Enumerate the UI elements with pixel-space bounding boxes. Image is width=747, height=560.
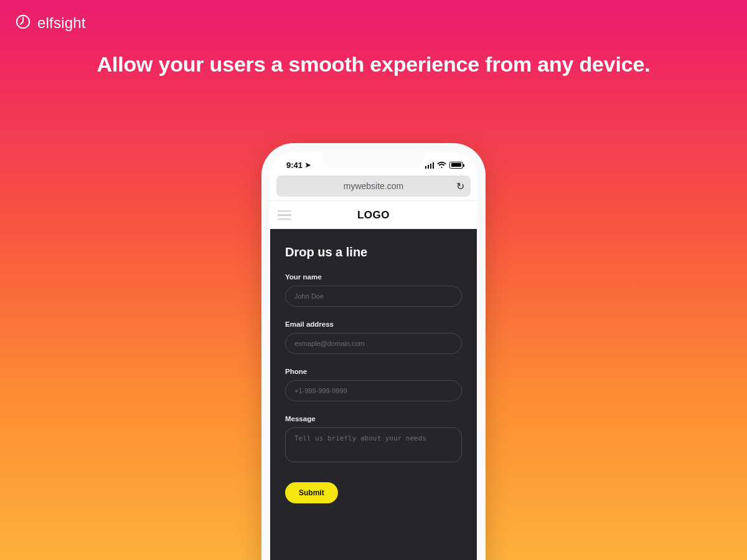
refresh-icon[interactable]: ↻ [456, 180, 464, 192]
field-name: Your name [285, 273, 462, 307]
brand: elfsight [15, 14, 86, 32]
battery-icon [449, 162, 463, 169]
phone-frame: 9:41 ➤ mywebsite.com ↻ LOGO Drop us a li… [261, 143, 486, 560]
name-input[interactable] [285, 286, 462, 307]
field-message: Message [285, 415, 462, 465]
email-input[interactable] [285, 333, 462, 354]
field-phone: Phone [285, 368, 462, 401]
hamburger-menu-icon[interactable] [278, 210, 291, 220]
page-headline: Allow your users a smooth experience fro… [0, 52, 747, 77]
site-header: LOGO [270, 200, 477, 229]
phone-screen: 9:41 ➤ mywebsite.com ↻ LOGO Drop us a li… [270, 152, 477, 560]
brand-logo-icon [15, 14, 31, 32]
wifi-icon [437, 162, 446, 169]
brand-name: elfsight [37, 14, 86, 32]
phone-label: Phone [285, 368, 462, 375]
status-time: 9:41 [286, 161, 303, 170]
site-logo: LOGO [270, 209, 477, 222]
signal-icon [425, 162, 435, 169]
email-label: Email address [285, 320, 462, 328]
name-label: Your name [285, 273, 462, 281]
browser-url-bar[interactable]: mywebsite.com ↻ [276, 175, 471, 197]
phone-input[interactable] [285, 380, 462, 401]
field-email: Email address [285, 320, 462, 354]
phone-notch [322, 152, 425, 168]
contact-form-section: Drop us a line Your name Email address P… [270, 229, 477, 560]
submit-button[interactable]: Submit [285, 482, 338, 503]
url-text: mywebsite.com [344, 181, 403, 191]
message-label: Message [285, 415, 462, 422]
form-title: Drop us a line [285, 245, 462, 259]
message-input[interactable] [285, 427, 462, 462]
location-icon: ➤ [305, 161, 311, 169]
